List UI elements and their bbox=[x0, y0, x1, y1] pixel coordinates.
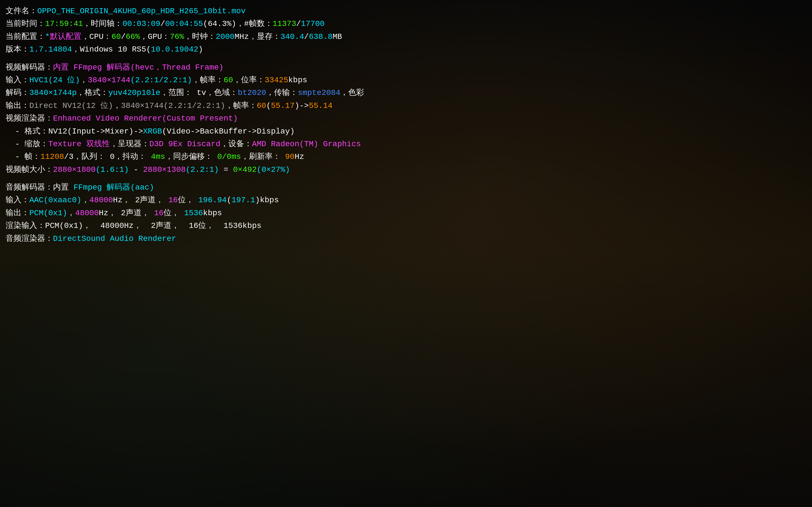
cpu-label: ，CPU： bbox=[82, 33, 111, 41]
aout-ch: 2声道， bbox=[116, 209, 149, 217]
vdec-label: 视频解码器： bbox=[6, 63, 53, 72]
ain-sr-unit: Hz， bbox=[113, 196, 131, 205]
vfsize-line: 视频帧大小：2880×1800(1.6:1) - 2880×1308(2.2:1… bbox=[6, 164, 806, 176]
config-line: 当前配置：*默认配置，CPU：60/66%，GPU：76%，时钟：2000MHz… bbox=[6, 31, 806, 43]
vout-fps-arrow: )-> bbox=[295, 101, 309, 110]
config-label: 当前配置： bbox=[6, 33, 45, 41]
vr-frame-prefix: - 帧： bbox=[6, 152, 40, 161]
vr-scale-val: Texture 双线性 bbox=[48, 140, 110, 149]
vdec2-color-label: ，色彩 bbox=[340, 89, 364, 97]
vr-render-label: ，呈现器： bbox=[110, 140, 149, 149]
vout-line: 输出：Direct NV12(12 位)，3840×1744(2.2:1/2.2… bbox=[6, 100, 806, 112]
vout-fps1: 60 bbox=[257, 101, 266, 110]
mem-val2: 638.8 bbox=[309, 33, 333, 41]
vrenderer-label: 视频渲染器： bbox=[6, 114, 53, 123]
vr-scale-prefix: - 缩放： bbox=[6, 140, 48, 149]
version-rest: ，Windows 10 RS5( bbox=[72, 45, 151, 54]
filename-value: OPPO_THE_ORIGIN_4KUHD_60p_HDR_H265_10bit… bbox=[37, 7, 246, 15]
vr-device-label: ，设备： bbox=[220, 140, 252, 149]
spacer1 bbox=[6, 56, 806, 61]
vin-bps-label: ，位率： bbox=[233, 76, 265, 84]
vout-fps-open: ( bbox=[266, 101, 271, 110]
mem-unit: MB bbox=[333, 33, 342, 41]
vdec2-range-label: ，范围： bbox=[160, 89, 192, 97]
arenderer-line: 音频渲染器：DirectSound Audio Renderer bbox=[6, 233, 806, 245]
vr-frame-val: 11208 bbox=[40, 152, 64, 161]
vr-device-val: AMD Radeon(TM) Graphics bbox=[252, 140, 361, 149]
version-build: 10.0.19042 bbox=[151, 45, 198, 54]
cpu-val1: 60 bbox=[111, 33, 121, 41]
vdec2-label: 解码： bbox=[6, 89, 29, 97]
vdec2-cs-label: ，色域： bbox=[206, 89, 238, 97]
ain-comma1: ， bbox=[82, 196, 89, 205]
filename-label: 文件名： bbox=[6, 7, 37, 15]
vr-scale-line: - 缩放：Texture 双线性，呈现器：D3D 9Ex Discard，设备：… bbox=[6, 138, 806, 150]
vin-bps-unit: kbps bbox=[289, 76, 307, 84]
frames-sep: / bbox=[296, 19, 301, 28]
vin-line: 输入：HVC1(24 位)，3840×1744(2.2:1/2.2:1)，帧率：… bbox=[6, 74, 806, 86]
version-label: 版本： bbox=[6, 45, 29, 54]
aout-bits: 16 bbox=[149, 209, 163, 217]
vin-codec: HVC1(24 位) bbox=[29, 76, 80, 84]
time-line: 当前时间：17:59:41，时间轴：00:03:09/00:04:55(64.3… bbox=[6, 18, 806, 30]
vr-refresh-label: ，刷新率： bbox=[241, 152, 281, 161]
version-end: ) bbox=[198, 45, 203, 54]
vdec2-res: 3840×1744p bbox=[29, 89, 77, 97]
vin-fps-label: ，帧率： bbox=[192, 76, 223, 84]
vin-sar: (2.2:1/2.2:1) bbox=[130, 76, 192, 84]
vout-label: 输出： bbox=[6, 101, 29, 110]
vout-fps3: 55.14 bbox=[309, 101, 333, 110]
timeline-sep: / bbox=[160, 19, 165, 28]
vfsize-display: 2880×1308 bbox=[143, 165, 186, 174]
spacer2 bbox=[6, 176, 806, 181]
vr-fmt-val: NV12(Input->Mixer)-> bbox=[48, 127, 143, 136]
vin-res: 3840×1744 bbox=[88, 76, 130, 84]
vrenderer-value: Enhanced Video Renderer(Custom Present) bbox=[53, 114, 238, 123]
aout-bits-unit: 位， bbox=[163, 209, 179, 217]
vin-label: 输入： bbox=[6, 76, 29, 84]
vr-render-val: D3D 9Ex Discard bbox=[149, 140, 220, 149]
clock-val: 2000 bbox=[216, 33, 235, 41]
vr-frame-line: - 帧：11208/3，队列： 0，抖动： 4ms，同步偏移： 0/0ms，刷新… bbox=[6, 151, 806, 163]
vfsize-sar2: (2.2:1) bbox=[186, 165, 219, 174]
vr-sync-val: 0/0ms bbox=[213, 152, 241, 161]
timeline-total: 00:04:55 bbox=[165, 19, 203, 28]
vfsize-main: 2880×1800 bbox=[53, 165, 96, 174]
vr-queue-label: ，队列： bbox=[73, 152, 105, 161]
vout-fps-label: ，帧率： bbox=[225, 101, 257, 110]
vr-sync-label: ，同步偏移： bbox=[165, 152, 213, 161]
vdec-line: 视频解码器：内置 FFmpeg 解码器(hevc，Thread Frame) bbox=[6, 61, 806, 73]
vin-bps: 33425 bbox=[265, 76, 289, 84]
frames-label: #帧数： bbox=[244, 19, 273, 28]
vfsize-label: 视频帧大小： bbox=[6, 165, 53, 174]
ain-bps1: 196.94 bbox=[194, 196, 227, 205]
config-value: 默认配置 bbox=[50, 33, 82, 41]
vout-fmt: Direct NV12(12 位) bbox=[29, 101, 113, 110]
arenderer-label: 音频渲染器： bbox=[6, 234, 53, 243]
aout-bps: 1536 bbox=[179, 209, 203, 217]
vin-fps: 60 bbox=[223, 76, 233, 84]
time-label: 当前时间： bbox=[6, 19, 45, 28]
ain-sr: 48000 bbox=[89, 196, 113, 205]
mem-val1: 340.4 bbox=[281, 33, 304, 41]
ain-codec: AAC(0xaac0) bbox=[29, 196, 82, 205]
config-star: * bbox=[45, 33, 50, 41]
vr-jitter-label: ，抖动： bbox=[114, 152, 146, 161]
ain-bps-unit: )kbps bbox=[255, 196, 279, 205]
vr-queue-val: 0 bbox=[105, 152, 115, 161]
vfsize-offset: 0×492 bbox=[233, 165, 257, 174]
time-value: 17:59:41 bbox=[45, 19, 83, 28]
adec-label: 音频解码器： bbox=[6, 183, 53, 192]
amix-rest: PCM(0x1)， 48000Hz， 2声道， 16位， 1536kbps bbox=[45, 221, 261, 230]
vr-refresh-val: 90 bbox=[281, 152, 295, 161]
aout-bps-unit: kbps bbox=[203, 209, 222, 217]
vin-comma1: ， bbox=[80, 76, 88, 84]
vdec-value: 内置 FFmpeg 解码器(hevc，Thread Frame) bbox=[53, 63, 223, 72]
main-content: 文件名：OPPO_THE_ORIGIN_4KUHD_60p_HDR_H265_1… bbox=[0, 0, 812, 250]
adec-value: FFmpeg 解码器(aac) bbox=[73, 183, 154, 192]
vout-res: 3840×1744(2.2:1/2.2:1) bbox=[121, 101, 225, 110]
vr-fmt-line: - 格式：NV12(Input->Mixer)->XRGB(Video->Bac… bbox=[6, 125, 806, 137]
ain-label: 输入： bbox=[6, 196, 29, 205]
cpu-val2: 66% bbox=[126, 33, 140, 41]
ain-bits-unit: 位， bbox=[178, 196, 194, 205]
